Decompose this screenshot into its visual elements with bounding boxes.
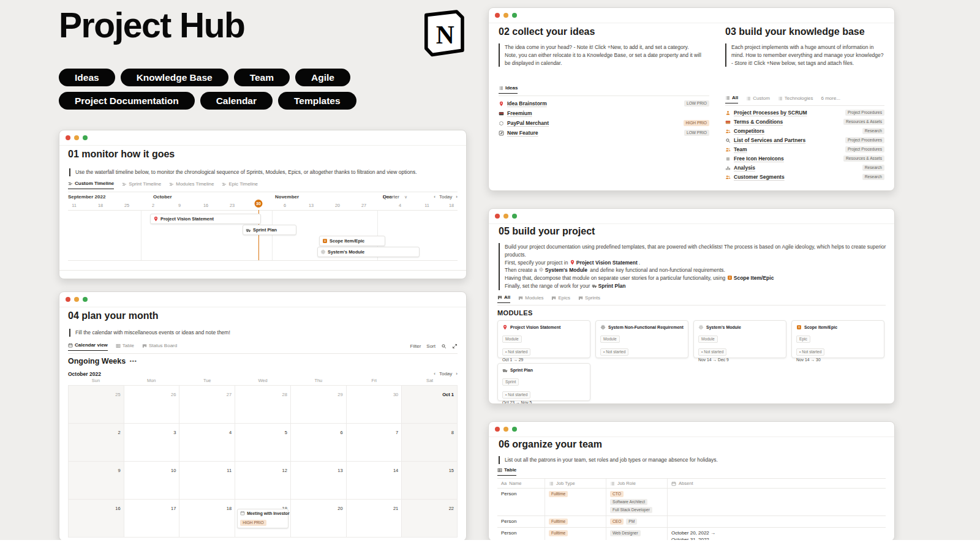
list-item[interactable]: Competitors Research	[725, 128, 884, 134]
calendar-cell[interactable]: 10	[124, 462, 180, 500]
tab-sprints[interactable]: Sprints	[578, 295, 600, 303]
calendar-cell[interactable]: 29	[291, 386, 347, 424]
tab-sprint-timeline[interactable]: Sprint Timeline	[122, 181, 161, 189]
tab-modules[interactable]: Modules	[518, 295, 543, 303]
calendar-cell[interactable]: 28	[235, 386, 291, 424]
zoom-button[interactable]	[83, 135, 88, 140]
module-card[interactable]: Project Vision Statement Module Not star…	[497, 320, 590, 358]
tab-ideas[interactable]: Ideas	[499, 85, 518, 94]
column-name[interactable]: AaName	[497, 479, 545, 488]
calendar-cell[interactable]: 26	[124, 386, 180, 424]
calendar-cell[interactable]: 19 Meeting with Investor HIGH PRIO	[235, 500, 291, 538]
zoom-button[interactable]	[83, 297, 88, 302]
list-item[interactable]: Customer Segments Research	[725, 174, 884, 180]
calendar-cell[interactable]: 13	[291, 462, 347, 500]
module-card[interactable]: Scope Item/Epic Epic Not started Nov 14 …	[791, 320, 884, 358]
list-item[interactable]: Freemium	[499, 110, 709, 116]
column-absent[interactable]: Absent	[668, 479, 886, 488]
expand-icon[interactable]	[452, 343, 458, 349]
tab-status-board[interactable]: Status Board	[142, 343, 177, 351]
tab-table[interactable]: Table	[116, 343, 134, 351]
today-button[interactable]: Today	[439, 371, 452, 377]
calendar-cell[interactable]: 6	[291, 424, 347, 462]
column-job-role[interactable]: Job Role	[606, 479, 668, 488]
tab-custom-timeline[interactable]: Custom Timeline	[68, 181, 114, 189]
tab-technologies[interactable]: Technologies	[778, 96, 813, 103]
tab-table[interactable]: Table	[497, 467, 516, 476]
quarter-select[interactable]: Quarter	[383, 194, 407, 200]
list-item[interactable]: Analysis Research	[725, 165, 884, 171]
page-link[interactable]: Scope Item/Epic	[734, 275, 774, 281]
tag-team[interactable]: Team	[234, 69, 290, 86]
module-card[interactable]: System's Module Module Not started Nov 1…	[693, 320, 786, 358]
minimize-button[interactable]	[74, 297, 79, 302]
tag-ideas[interactable]: Ideas	[59, 69, 115, 86]
calendar-cell[interactable]: 22	[402, 500, 458, 538]
column-job-type[interactable]: Job Type	[545, 479, 606, 488]
tag-templates[interactable]: Templates	[278, 92, 356, 110]
calendar-cell[interactable]: 3	[124, 424, 180, 462]
list-item[interactable]: Team Project Procedures	[725, 146, 884, 152]
calendar-cell[interactable]: 25	[69, 386, 124, 424]
table-row[interactable]: Person Fulltime CTO Software Architect F…	[497, 489, 886, 516]
zoom-button[interactable]	[512, 427, 517, 432]
tab-modules-timeline[interactable]: Modules Timeline	[169, 181, 214, 189]
table-row[interactable]: Person Fulltime CEO PM	[497, 516, 886, 528]
calendar-cell[interactable]: 30	[347, 386, 402, 424]
tab-epic-timeline[interactable]: Epic Timeline	[222, 181, 258, 189]
calendar-cell[interactable]: 2	[69, 424, 124, 462]
list-item[interactable]: Terms & Conditions Resources & Assets	[725, 119, 884, 125]
tab-all[interactable]: All	[725, 95, 738, 103]
calendar-cell[interactable]: 7	[347, 424, 402, 462]
zoom-button[interactable]	[512, 214, 517, 219]
tab-epics[interactable]: Epics	[551, 295, 570, 303]
calendar-cell[interactable]: 17	[124, 500, 180, 538]
list-item[interactable]: Free Icon HeroIcons Resources & Assets	[725, 156, 884, 162]
next-button[interactable]: ›	[456, 194, 458, 200]
page-link[interactable]: Project Vision Statement	[576, 260, 638, 266]
close-button[interactable]	[495, 427, 500, 432]
calendar-cell[interactable]: 21	[347, 500, 402, 538]
calendar-cell[interactable]: 14	[347, 462, 402, 500]
table-row[interactable]: Person Fulltime Web Designer October 20,…	[497, 528, 886, 541]
calendar-cell[interactable]: 5	[235, 424, 291, 462]
page-link[interactable]: System's Module	[545, 267, 587, 273]
calendar-cell[interactable]: 20	[291, 500, 347, 538]
calendar-cell[interactable]: 8	[402, 424, 458, 462]
close-button[interactable]	[495, 13, 500, 18]
today-button[interactable]: Today	[439, 194, 452, 200]
prev-button[interactable]: ‹	[434, 194, 435, 200]
tag-calendar[interactable]: Calendar	[200, 92, 273, 110]
list-item[interactable]: List of Services and Partners Project Pr…	[725, 137, 884, 143]
calendar-cell[interactable]: 4	[179, 424, 235, 462]
calendar-cell[interactable]: 27	[179, 386, 235, 424]
tab-custom[interactable]: Custom	[746, 96, 770, 103]
search-icon[interactable]	[441, 343, 447, 349]
close-button[interactable]	[495, 214, 500, 219]
timeline-bar-scope-item[interactable]: Scope Item/Epic	[319, 236, 385, 246]
list-item[interactable]: Project Processes by SCRUM Project Proce…	[725, 110, 884, 116]
calendar-event[interactable]: Meeting with Investor HIGH PRIO	[237, 509, 288, 528]
tag-knowledge-base[interactable]: Knowledge Base	[121, 69, 228, 86]
tab-all[interactable]: All	[497, 294, 510, 303]
calendar-cell[interactable]: 15	[402, 462, 458, 500]
list-item[interactable]: New Feature LOW PRIO	[499, 130, 709, 136]
minimize-button[interactable]	[503, 214, 508, 219]
close-button[interactable]	[66, 297, 70, 302]
calendar-cell[interactable]: 16	[69, 500, 124, 538]
sort-button[interactable]: Sort	[426, 343, 435, 349]
zoom-button[interactable]	[512, 13, 517, 18]
calendar-cell[interactable]: Oct 1	[402, 386, 458, 424]
minimize-button[interactable]	[503, 13, 508, 18]
tab-calendar-view[interactable]: Calendar view	[68, 342, 108, 351]
next-button[interactable]: ›	[456, 371, 458, 377]
calendar-cell[interactable]: 18	[179, 500, 235, 538]
list-item[interactable]: PayPal Merchant HIGH PRIO	[499, 120, 709, 126]
tab-more[interactable]: 6 more...	[821, 96, 841, 103]
tag-project-documentation[interactable]: Project Documentation	[59, 92, 195, 110]
calendar-cell[interactable]: 9	[69, 462, 124, 500]
tag-agile[interactable]: Agile	[295, 69, 350, 86]
minimize-button[interactable]	[503, 427, 508, 432]
timeline-bar-systems-module[interactable]: System's Module	[317, 247, 420, 257]
calendar-cell[interactable]: 12	[235, 462, 291, 500]
